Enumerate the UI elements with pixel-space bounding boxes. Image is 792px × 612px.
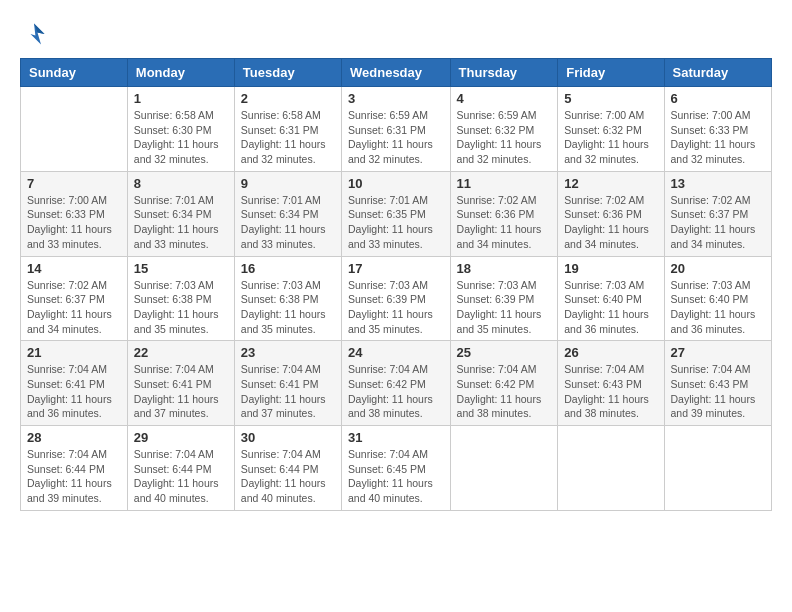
calendar-cell: 13 Sunrise: 7:02 AM Sunset: 6:37 PM Dayl… [664,171,771,256]
sunrise: Sunrise: 6:59 AM [348,108,444,123]
sunset: Sunset: 6:38 PM [134,292,228,307]
daylight: Daylight: 11 hours and 32 minutes. [564,137,657,166]
calendar-cell: 24 Sunrise: 7:04 AM Sunset: 6:42 PM Dayl… [342,341,451,426]
daylight: Daylight: 11 hours and 32 minutes. [671,137,765,166]
day-info: Sunrise: 7:02 AM Sunset: 6:36 PM Dayligh… [457,193,552,252]
calendar-cell: 30 Sunrise: 7:04 AM Sunset: 6:44 PM Dayl… [234,426,341,511]
sunrise: Sunrise: 7:04 AM [671,362,765,377]
day-header-thursday: Thursday [450,59,558,87]
calendar-cell: 9 Sunrise: 7:01 AM Sunset: 6:34 PM Dayli… [234,171,341,256]
calendar-cell: 19 Sunrise: 7:03 AM Sunset: 6:40 PM Dayl… [558,256,664,341]
daylight: Daylight: 11 hours and 33 minutes. [348,222,444,251]
calendar-cell: 22 Sunrise: 7:04 AM Sunset: 6:41 PM Dayl… [127,341,234,426]
sunrise: Sunrise: 7:03 AM [348,278,444,293]
daylight: Daylight: 11 hours and 40 minutes. [134,476,228,505]
day-number: 1 [134,91,228,106]
day-number: 30 [241,430,335,445]
day-number: 14 [27,261,121,276]
sunrise: Sunrise: 7:04 AM [348,447,444,462]
daylight: Daylight: 11 hours and 34 minutes. [671,222,765,251]
sunrise: Sunrise: 7:03 AM [241,278,335,293]
daylight: Daylight: 11 hours and 38 minutes. [457,392,552,421]
day-number: 20 [671,261,765,276]
daylight: Daylight: 11 hours and 34 minutes. [457,222,552,251]
daylight: Daylight: 11 hours and 35 minutes. [348,307,444,336]
day-info: Sunrise: 7:04 AM Sunset: 6:43 PM Dayligh… [564,362,657,421]
day-number: 5 [564,91,657,106]
sunrise: Sunrise: 7:04 AM [134,447,228,462]
sunset: Sunset: 6:34 PM [134,207,228,222]
daylight: Daylight: 11 hours and 33 minutes. [241,222,335,251]
day-info: Sunrise: 7:02 AM Sunset: 6:37 PM Dayligh… [671,193,765,252]
calendar-cell: 12 Sunrise: 7:02 AM Sunset: 6:36 PM Dayl… [558,171,664,256]
daylight: Daylight: 11 hours and 35 minutes. [134,307,228,336]
sunrise: Sunrise: 7:03 AM [564,278,657,293]
day-info: Sunrise: 7:03 AM Sunset: 6:39 PM Dayligh… [348,278,444,337]
day-header-wednesday: Wednesday [342,59,451,87]
day-info: Sunrise: 7:03 AM Sunset: 6:38 PM Dayligh… [241,278,335,337]
sunrise: Sunrise: 7:04 AM [241,447,335,462]
daylight: Daylight: 11 hours and 32 minutes. [241,137,335,166]
calendar-cell: 16 Sunrise: 7:03 AM Sunset: 6:38 PM Dayl… [234,256,341,341]
sunrise: Sunrise: 7:02 AM [671,193,765,208]
sunrise: Sunrise: 7:03 AM [134,278,228,293]
sunrise: Sunrise: 7:02 AM [27,278,121,293]
sunrise: Sunrise: 7:00 AM [564,108,657,123]
day-number: 25 [457,345,552,360]
sunset: Sunset: 6:31 PM [348,123,444,138]
week-row-3: 14 Sunrise: 7:02 AM Sunset: 6:37 PM Dayl… [21,256,772,341]
day-number: 4 [457,91,552,106]
day-number: 17 [348,261,444,276]
sunrise: Sunrise: 7:04 AM [241,362,335,377]
daylight: Daylight: 11 hours and 32 minutes. [134,137,228,166]
day-number: 24 [348,345,444,360]
day-number: 9 [241,176,335,191]
day-info: Sunrise: 7:04 AM Sunset: 6:44 PM Dayligh… [134,447,228,506]
daylight: Daylight: 11 hours and 40 minutes. [241,476,335,505]
week-row-1: 1 Sunrise: 6:58 AM Sunset: 6:30 PM Dayli… [21,87,772,172]
calendar-cell: 5 Sunrise: 7:00 AM Sunset: 6:32 PM Dayli… [558,87,664,172]
calendar-cell: 11 Sunrise: 7:02 AM Sunset: 6:36 PM Dayl… [450,171,558,256]
sunset: Sunset: 6:40 PM [564,292,657,307]
day-info: Sunrise: 7:04 AM Sunset: 6:45 PM Dayligh… [348,447,444,506]
sunrise: Sunrise: 7:02 AM [457,193,552,208]
sunset: Sunset: 6:44 PM [27,462,121,477]
sunset: Sunset: 6:37 PM [671,207,765,222]
sunrise: Sunrise: 7:04 AM [27,362,121,377]
sunrise: Sunrise: 7:01 AM [134,193,228,208]
sunrise: Sunrise: 7:04 AM [348,362,444,377]
daylight: Daylight: 11 hours and 33 minutes. [134,222,228,251]
daylight: Daylight: 11 hours and 39 minutes. [27,476,121,505]
calendar-cell: 26 Sunrise: 7:04 AM Sunset: 6:43 PM Dayl… [558,341,664,426]
day-info: Sunrise: 7:04 AM Sunset: 6:42 PM Dayligh… [457,362,552,421]
day-info: Sunrise: 7:04 AM Sunset: 6:41 PM Dayligh… [27,362,121,421]
sunset: Sunset: 6:43 PM [564,377,657,392]
calendar-cell [450,426,558,511]
week-row-4: 21 Sunrise: 7:04 AM Sunset: 6:41 PM Dayl… [21,341,772,426]
sunset: Sunset: 6:39 PM [457,292,552,307]
daylight: Daylight: 11 hours and 37 minutes. [134,392,228,421]
header-row: SundayMondayTuesdayWednesdayThursdayFrid… [21,59,772,87]
calendar-cell: 20 Sunrise: 7:03 AM Sunset: 6:40 PM Dayl… [664,256,771,341]
day-info: Sunrise: 7:03 AM Sunset: 6:40 PM Dayligh… [564,278,657,337]
daylight: Daylight: 11 hours and 36 minutes. [564,307,657,336]
calendar-cell: 4 Sunrise: 6:59 AM Sunset: 6:32 PM Dayli… [450,87,558,172]
week-row-5: 28 Sunrise: 7:04 AM Sunset: 6:44 PM Dayl… [21,426,772,511]
week-row-2: 7 Sunrise: 7:00 AM Sunset: 6:33 PM Dayli… [21,171,772,256]
calendar-cell: 10 Sunrise: 7:01 AM Sunset: 6:35 PM Dayl… [342,171,451,256]
daylight: Daylight: 11 hours and 36 minutes. [27,392,121,421]
sunset: Sunset: 6:36 PM [457,207,552,222]
sunrise: Sunrise: 7:04 AM [27,447,121,462]
calendar-cell: 25 Sunrise: 7:04 AM Sunset: 6:42 PM Dayl… [450,341,558,426]
day-info: Sunrise: 7:01 AM Sunset: 6:34 PM Dayligh… [134,193,228,252]
daylight: Daylight: 11 hours and 38 minutes. [564,392,657,421]
day-info: Sunrise: 7:03 AM Sunset: 6:40 PM Dayligh… [671,278,765,337]
sunset: Sunset: 6:33 PM [27,207,121,222]
sunset: Sunset: 6:31 PM [241,123,335,138]
sunset: Sunset: 6:43 PM [671,377,765,392]
day-info: Sunrise: 7:02 AM Sunset: 6:37 PM Dayligh… [27,278,121,337]
calendar-cell: 14 Sunrise: 7:02 AM Sunset: 6:37 PM Dayl… [21,256,128,341]
svg-marker-0 [31,24,45,45]
sunset: Sunset: 6:39 PM [348,292,444,307]
day-number: 16 [241,261,335,276]
